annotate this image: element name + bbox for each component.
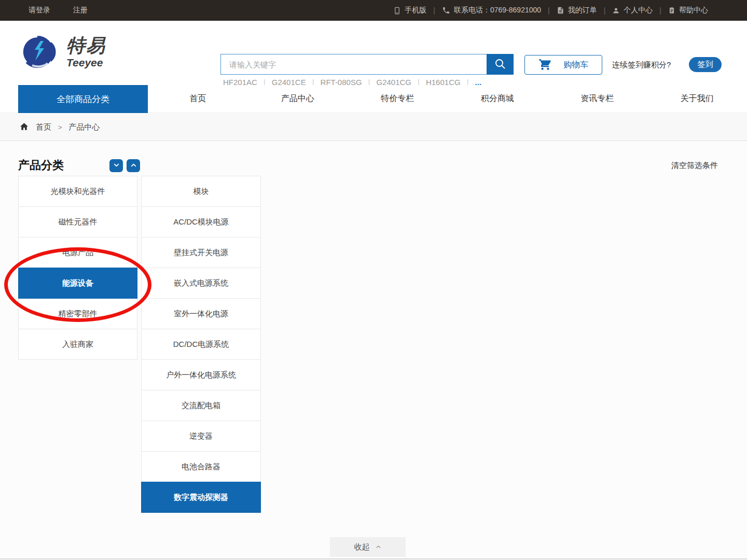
logo-name-cn: 特易 <box>66 36 106 55</box>
topbar: 请登录 注册 手机版 联系电话：0769-86921000 我的订单 <box>0 0 747 21</box>
help-icon <box>668 6 675 15</box>
category-item[interactable]: 入驻商家 <box>18 329 137 360</box>
all-categories-button[interactable]: 全部商品分类 <box>18 85 148 113</box>
subcategory-item[interactable]: 室外一体化电源 <box>141 298 261 329</box>
divider <box>433 6 435 15</box>
logo-globe-icon <box>20 29 61 75</box>
contact-phone[interactable]: 联系电话：0769-86921000 <box>442 6 541 15</box>
cart-icon <box>538 58 552 73</box>
category-list-level2: 模块 AC/DC模块电源 壁挂式开关电源 嵌入式电源系统 室外一体化电源 DC/… <box>141 176 261 513</box>
mobile-icon <box>393 6 401 15</box>
nav-item-home[interactable]: 首页 <box>148 85 248 113</box>
header: 特易 Teeyee HF201AC G2401CE RFT-080SG G240… <box>0 21 747 85</box>
main-content: 产品分类 清空筛选条件 光模块和光器件 磁性元器件 电源产品 能源设备 精密零部… <box>0 141 747 560</box>
register-link[interactable]: 注册 <box>73 6 88 15</box>
subcategory-item[interactable]: DC/DC电源系统 <box>141 329 261 360</box>
category-item[interactable]: 光模块和光器件 <box>18 176 137 207</box>
search-button[interactable] <box>487 54 514 75</box>
cart-label: 购物车 <box>563 60 588 71</box>
signin-hint: 连续签到赚积分? <box>612 60 671 70</box>
nav-item-about[interactable]: 关于我们 <box>647 85 747 113</box>
help-center-link[interactable]: 帮助中心 <box>668 6 708 15</box>
divider <box>548 6 550 15</box>
collapse-panel-button[interactable]: 收起 <box>330 537 406 557</box>
clear-filters-link[interactable]: 清空筛选条件 <box>671 161 718 171</box>
nav-item-points-mall[interactable]: 积分商城 <box>448 85 548 113</box>
login-link[interactable]: 请登录 <box>29 6 50 15</box>
breadcrumb-current: 产品中心 <box>69 122 100 132</box>
category-item[interactable]: 电源产品 <box>18 237 137 268</box>
subcategory-item[interactable]: AC/DC模块电源 <box>141 206 261 237</box>
collapse-all-button[interactable] <box>127 159 140 172</box>
breadcrumb: 首页 > 产品中心 <box>0 114 747 141</box>
nav-item-news[interactable]: 资讯专栏 <box>547 85 647 113</box>
subcategory-item[interactable]: 交流配电箱 <box>141 390 261 421</box>
orders-icon <box>557 6 564 15</box>
subcategory-item[interactable]: 模块 <box>141 176 261 207</box>
phone-icon <box>442 6 450 15</box>
chevron-up-icon <box>375 543 382 552</box>
topbar-left: 请登录 注册 <box>29 6 88 15</box>
mobile-version-link[interactable]: 手机版 <box>393 6 426 15</box>
category-item-selected[interactable]: 能源设备 <box>18 268 137 299</box>
nav-items: 首页 产品中心 特价专栏 积分商城 资讯专栏 关于我们 <box>148 85 747 113</box>
page-title: 产品分类 <box>18 158 64 173</box>
subcategory-item[interactable]: 壁挂式开关电源 <box>141 237 261 268</box>
divider <box>604 6 606 15</box>
nav-item-products[interactable]: 产品中心 <box>248 85 348 113</box>
site-logo[interactable]: 特易 Teeyee <box>20 29 106 75</box>
subcategory-item[interactable]: 嵌入式电源系统 <box>141 268 261 299</box>
home-icon[interactable] <box>19 122 29 133</box>
search-icon <box>494 58 506 72</box>
subcategory-item-selected[interactable]: 数字震动探测器 <box>141 482 261 513</box>
main-nav: 全部商品分类 首页 产品中心 特价专栏 积分商城 资讯专栏 关于我们 <box>0 85 747 113</box>
subcategory-item[interactable]: 逆变器 <box>141 421 261 452</box>
category-item[interactable]: 磁性元器件 <box>18 206 137 237</box>
cart-button[interactable]: 购物车 <box>524 55 602 75</box>
chevron-up-icon <box>130 161 137 171</box>
logo-text: 特易 Teeyee <box>66 36 106 68</box>
subcategory-item[interactable]: 户外一体化电源系统 <box>141 359 261 390</box>
chevron-down-icon <box>113 161 120 171</box>
signin-button[interactable]: 签到 <box>689 57 722 72</box>
search-input[interactable] <box>220 54 487 75</box>
search-bar <box>220 54 514 75</box>
my-orders-link[interactable]: 我的订单 <box>557 6 597 15</box>
breadcrumb-home[interactable]: 首页 <box>36 122 51 132</box>
logo-name-en: Teeyee <box>66 57 106 68</box>
divider <box>659 6 661 15</box>
nav-item-specials[interactable]: 特价专栏 <box>348 85 448 113</box>
topbar-right: 手机版 联系电话：0769-86921000 我的订单 个人中心 <box>393 6 708 15</box>
category-item[interactable]: 精密零部件 <box>18 298 137 329</box>
category-list-level1: 光模块和光器件 磁性元器件 电源产品 能源设备 精密零部件 入驻商家 <box>18 176 137 360</box>
subcategory-item[interactable]: 电池合路器 <box>141 451 261 482</box>
collapse-label: 收起 <box>354 542 370 552</box>
breadcrumb-separator: > <box>58 123 62 131</box>
user-icon <box>612 7 620 15</box>
account-center-link[interactable]: 个人中心 <box>612 6 653 15</box>
expand-all-button[interactable] <box>109 159 123 172</box>
